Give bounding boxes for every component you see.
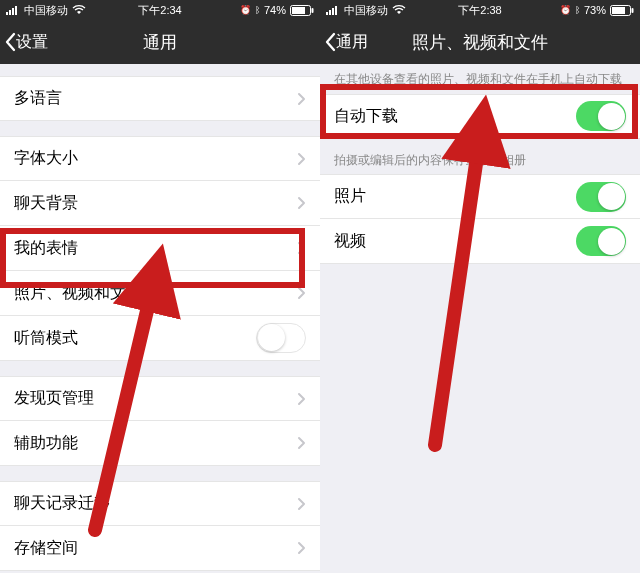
phone-right-photos-videos-files: 中国移动 下午2:38 ⏰ ᛒ 73% 通用 照片、视频和文件 [320, 0, 640, 573]
settings-list: 多语言 字体大小 聊天背景 我的表情 照片、视频和文件 [0, 64, 320, 573]
chevron-left-icon [324, 32, 336, 52]
svg-rect-5 [292, 7, 305, 14]
chevron-right-icon [297, 286, 306, 300]
carrier-label: 中国移动 [344, 3, 388, 18]
chevron-right-icon [297, 152, 306, 166]
cell-auto-download[interactable]: 自动下载 [320, 94, 640, 139]
nav-title: 照片、视频和文件 [320, 31, 640, 54]
alarm-icon: ⏰ [240, 6, 251, 15]
signal-icon [6, 5, 20, 15]
alarm-icon: ⏰ [560, 6, 571, 15]
phone-left-general-settings: 中国移动 下午2:34 ⏰ ᛒ 74% 设置 通用 [0, 0, 320, 573]
svg-rect-1 [9, 10, 11, 15]
battery-icon [610, 5, 634, 16]
battery-percent: 73% [584, 4, 606, 16]
cell-label: 聊天记录迁移 [14, 493, 297, 514]
chevron-right-icon [297, 196, 306, 210]
cell-label: 聊天背景 [14, 193, 297, 214]
status-bar: 中国移动 下午2:34 ⏰ ᛒ 74% [0, 0, 320, 20]
nav-bar: 通用 照片、视频和文件 [320, 20, 640, 64]
svg-rect-7 [326, 12, 328, 15]
cell-save-photos[interactable]: 照片 [320, 174, 640, 219]
cell-label: 照片、视频和文件 [14, 283, 297, 304]
svg-rect-2 [12, 8, 14, 15]
cell-label: 听筒模式 [14, 328, 256, 349]
section-header: 拍摄或编辑后的内容保存到系统相册 [320, 147, 640, 175]
svg-rect-12 [612, 7, 625, 14]
carrier-label: 中国移动 [24, 3, 68, 18]
chevron-right-icon [297, 92, 306, 106]
back-button[interactable]: 通用 [320, 32, 368, 53]
chevron-right-icon [297, 241, 306, 255]
section-header: 在其他设备查看的照片、视频和文件在手机上自动下载 [320, 66, 640, 94]
toggle-save-videos[interactable] [576, 226, 626, 256]
svg-rect-10 [335, 6, 337, 15]
wifi-icon [72, 5, 86, 15]
cell-language[interactable]: 多语言 [0, 76, 320, 121]
svg-rect-13 [632, 8, 634, 13]
svg-rect-0 [6, 12, 8, 15]
cell-accessibility[interactable]: 辅助功能 [0, 421, 320, 466]
bluetooth-icon: ᛒ [575, 6, 580, 15]
nav-title: 通用 [0, 31, 320, 54]
back-label: 设置 [16, 32, 48, 53]
cell-chat-background[interactable]: 聊天背景 [0, 181, 320, 226]
cell-save-videos[interactable]: 视频 [320, 219, 640, 264]
cell-photos-videos-files[interactable]: 照片、视频和文件 [0, 271, 320, 316]
cell-label: 字体大小 [14, 148, 297, 169]
cell-label: 存储空间 [14, 538, 297, 559]
cell-font-size[interactable]: 字体大小 [0, 136, 320, 181]
cell-chat-migration[interactable]: 聊天记录迁移 [0, 481, 320, 526]
svg-rect-8 [329, 10, 331, 15]
toggle-auto-download[interactable] [576, 101, 626, 131]
battery-percent: 74% [264, 4, 286, 16]
svg-rect-3 [15, 6, 17, 15]
chevron-right-icon [297, 497, 306, 511]
cell-label: 视频 [334, 231, 576, 252]
cell-discover-management[interactable]: 发现页管理 [0, 376, 320, 421]
chevron-right-icon [297, 541, 306, 555]
status-bar: 中国移动 下午2:38 ⏰ ᛒ 73% [320, 0, 640, 20]
cell-storage[interactable]: 存储空间 [0, 526, 320, 571]
settings-list: 在其他设备查看的照片、视频和文件在手机上自动下载 自动下载 拍摄或编辑后的内容保… [320, 64, 640, 573]
chevron-left-icon [4, 32, 16, 52]
chevron-right-icon [297, 392, 306, 406]
toggle-save-photos[interactable] [576, 182, 626, 212]
cell-label: 辅助功能 [14, 433, 297, 454]
battery-icon [290, 5, 314, 16]
cell-my-stickers[interactable]: 我的表情 [0, 226, 320, 271]
cell-label: 照片 [334, 186, 576, 207]
cell-label: 自动下载 [334, 106, 576, 127]
svg-rect-9 [332, 8, 334, 15]
toggle-earpiece-mode[interactable] [256, 323, 306, 353]
cell-label: 发现页管理 [14, 388, 297, 409]
back-label: 通用 [336, 32, 368, 53]
cell-label: 多语言 [14, 88, 297, 109]
back-button[interactable]: 设置 [0, 32, 48, 53]
nav-bar: 设置 通用 [0, 20, 320, 64]
cell-label: 我的表情 [14, 238, 297, 259]
bluetooth-icon: ᛒ [255, 6, 260, 15]
svg-rect-6 [312, 8, 314, 13]
cell-earpiece-mode[interactable]: 听筒模式 [0, 316, 320, 361]
wifi-icon [392, 5, 406, 15]
chevron-right-icon [297, 436, 306, 450]
signal-icon [326, 5, 340, 15]
